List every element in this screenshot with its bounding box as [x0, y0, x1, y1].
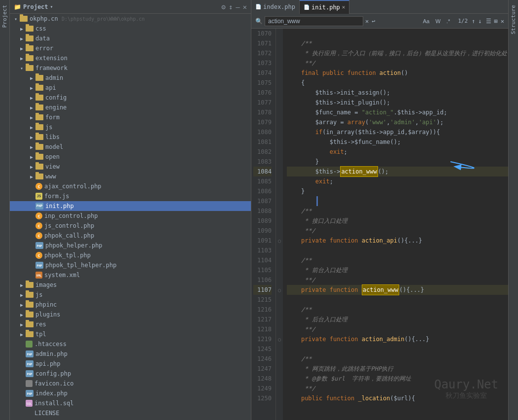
- file-icon-phpok-call: c: [35, 232, 42, 239]
- code-line-1247: * 网页跳转，此跳转基于PHP执行: [287, 364, 508, 374]
- tab-icon-init: 📄: [304, 4, 310, 10]
- code-line-1084: $this->action_www();: [287, 167, 508, 176]
- close-icon[interactable]: ✕: [243, 3, 247, 11]
- sidebar-item-inp-control[interactable]: c inp_control.php: [10, 211, 251, 221]
- sidebar-item-phpok-tpl-helper[interactable]: PHP phpok_tpl_helper.php: [10, 260, 251, 270]
- dropdown-arrow-icon[interactable]: ▾: [50, 4, 53, 9]
- sidebar-item-plugins[interactable]: ▶ plugins: [10, 310, 251, 319]
- minimize-icon[interactable]: —: [236, 3, 240, 11]
- extension-label: extension: [35, 55, 68, 62]
- clear-search-icon[interactable]: ✕: [365, 18, 369, 25]
- sidebar-item-view[interactable]: ▶ view: [10, 162, 251, 172]
- sidebar-item-phpok-helper[interactable]: PHP phpok_helper.php: [10, 241, 251, 250]
- tab-index-php[interactable]: 📄 index.php: [251, 0, 300, 14]
- code-line-1216: /**: [287, 305, 508, 315]
- sidebar-item-framework[interactable]: ▾ framework: [10, 63, 251, 73]
- sidebar-item-api[interactable]: ▶ api: [10, 83, 251, 93]
- search-controls: Aa W .* 1/2 ↑ ↓ ☰ ⊞ ✕: [421, 17, 504, 25]
- project-sidebar: 📁 Project ▾ ⚙ ↕ — ✕ ▾ okphp.cn D:\phpstu…: [10, 0, 251, 420]
- code-line-1104: /**: [287, 255, 508, 265]
- sidebar-item-system-xml[interactable]: XML system.xml: [10, 270, 251, 280]
- search-prev-icon[interactable]: ↩: [372, 18, 375, 25]
- tab-close-init[interactable]: ✕: [342, 4, 345, 10]
- code-line-1080: if(in_array($this->app_id,$array)){: [287, 127, 508, 137]
- sidebar-item-form[interactable]: ▶ form: [10, 112, 251, 122]
- sidebar-item-index-php[interactable]: PHP index.php: [10, 388, 251, 398]
- sidebar-item-engine[interactable]: ▶ engine: [10, 103, 251, 112]
- project-tab-vertical[interactable]: Project: [0, 0, 10, 420]
- sidebar-item-extension[interactable]: ▶ extension: [10, 53, 251, 63]
- structure-tab[interactable]: Structure: [508, 0, 518, 420]
- code-line-1215: [287, 295, 508, 305]
- search-match-case[interactable]: Aa: [421, 17, 431, 25]
- file-icon-admin-php: PHP: [26, 350, 34, 357]
- code-line-1250: public function _location($url){: [287, 393, 508, 403]
- folder-icon-js: [35, 124, 43, 130]
- search-input[interactable]: [265, 16, 363, 26]
- data-label: data: [35, 35, 50, 42]
- root-folder-item[interactable]: ▾ okphp.cn D:\phpstudy_pro\WWW\okphp.cn: [10, 14, 251, 24]
- sidebar-header: 📁 Project ▾ ⚙ ↕ — ✕: [10, 0, 251, 14]
- sidebar-item-init-php[interactable]: PHP init.php: [10, 201, 251, 211]
- settings-icon[interactable]: ⚙: [221, 3, 225, 11]
- sidebar-item-license[interactable]: LICENSE: [10, 408, 251, 418]
- folder-icon-extension: [26, 55, 34, 61]
- sidebar-item-open[interactable]: ▶ open: [10, 152, 251, 162]
- sidebar-item-css[interactable]: ▶ css: [10, 24, 251, 34]
- tab-init-php[interactable]: 📄 init.php ✕: [300, 0, 349, 14]
- file-icon-system-xml: XML: [35, 272, 42, 279]
- sidebar-item-images[interactable]: ▶ images: [10, 280, 251, 290]
- phpinc-label: phpinc: [35, 301, 57, 308]
- sidebar-item-www[interactable]: ▶ www: [10, 172, 251, 181]
- sidebar-item-config-php[interactable]: PHP config.php: [10, 369, 251, 379]
- folder-icon-css: [26, 26, 34, 32]
- sidebar-item-data[interactable]: ▶ data: [10, 34, 251, 43]
- sidebar-item-error[interactable]: ▶ error: [10, 43, 251, 53]
- editor-body: 1070 1071 1072 1073 1074 1075 1076 1077 …: [251, 29, 508, 420]
- folder-icon-www: [35, 174, 43, 179]
- sidebar-item-js-control[interactable]: c js_control.php: [10, 221, 251, 231]
- sidebar-item-admin-php[interactable]: PHP admin.php: [10, 349, 251, 359]
- sidebar-item-libs[interactable]: ▶ libs: [10, 132, 251, 142]
- sidebar-item-phpinc[interactable]: ▶ phpinc: [10, 300, 251, 310]
- search-expand-icon[interactable]: ⊞: [494, 18, 498, 25]
- sidebar-item-install-sql[interactable]: SQL install.sql: [10, 398, 251, 408]
- sidebar-item-tpl[interactable]: ▶ tpl: [10, 329, 251, 339]
- sidebar-item-phpok-tpl[interactable]: c phpok_tpl.php: [10, 250, 251, 260]
- code-area[interactable]: /** * 执行应用，三个入口（前端，接口，后台）都是从这里执行，进行初始化处 …: [283, 29, 508, 420]
- sidebar-item-js[interactable]: ▶ js: [10, 122, 251, 132]
- sidebar-item-htaccess[interactable]: .htaccess: [10, 339, 251, 349]
- api-php-label: api.php: [35, 360, 61, 367]
- file-icon-install-sql: SQL: [26, 400, 33, 407]
- sidebar-item-ajax-control[interactable]: c ajax_control.php: [10, 181, 251, 191]
- code-line-1077: $this->init_plugin();: [287, 98, 508, 107]
- file-icon-favicon: [26, 380, 33, 387]
- folder-icon-form: [35, 114, 43, 120]
- search-word-btn[interactable]: W: [433, 17, 442, 25]
- folder-icon-model: [35, 144, 43, 150]
- sidebar-item-form-js[interactable]: JS form.js: [10, 191, 251, 201]
- search-nav-up[interactable]: ↑: [472, 18, 475, 25]
- code-line-1105: * 前台入口处理: [287, 265, 508, 275]
- config-label: config: [45, 94, 67, 101]
- folder-icon-admin: [35, 75, 43, 81]
- sidebar-item-js-root[interactable]: ▶ js: [10, 290, 251, 300]
- folder-icon-res: [26, 321, 34, 327]
- sidebar-item-favicon[interactable]: favicon.ico: [10, 379, 251, 388]
- sidebar-item-res[interactable]: ▶ res: [10, 319, 251, 329]
- init-php-label: init.php: [45, 203, 74, 210]
- search-close-icon[interactable]: ✕: [501, 18, 504, 25]
- search-count: 1/2: [458, 18, 468, 24]
- search-regex-btn[interactable]: .*: [445, 17, 452, 25]
- sidebar-item-api-php[interactable]: PHP api.php: [10, 359, 251, 369]
- sidebar-item-model[interactable]: ▶ model: [10, 142, 251, 152]
- search-preview-icon[interactable]: ☰: [486, 18, 491, 25]
- folder-icon-images: [26, 282, 34, 288]
- scroll-icon[interactable]: ↕: [229, 3, 233, 11]
- search-nav-down[interactable]: ↓: [478, 18, 482, 25]
- sidebar-header-left: 📁 Project ▾: [14, 3, 53, 10]
- sidebar-item-config[interactable]: ▶ config: [10, 93, 251, 103]
- sidebar-item-phpok-call[interactable]: c phpok_call.php: [10, 231, 251, 241]
- sidebar-item-admin[interactable]: ▶ admin: [10, 73, 251, 83]
- file-icon-phpok-tpl-helper: PHP: [35, 262, 43, 269]
